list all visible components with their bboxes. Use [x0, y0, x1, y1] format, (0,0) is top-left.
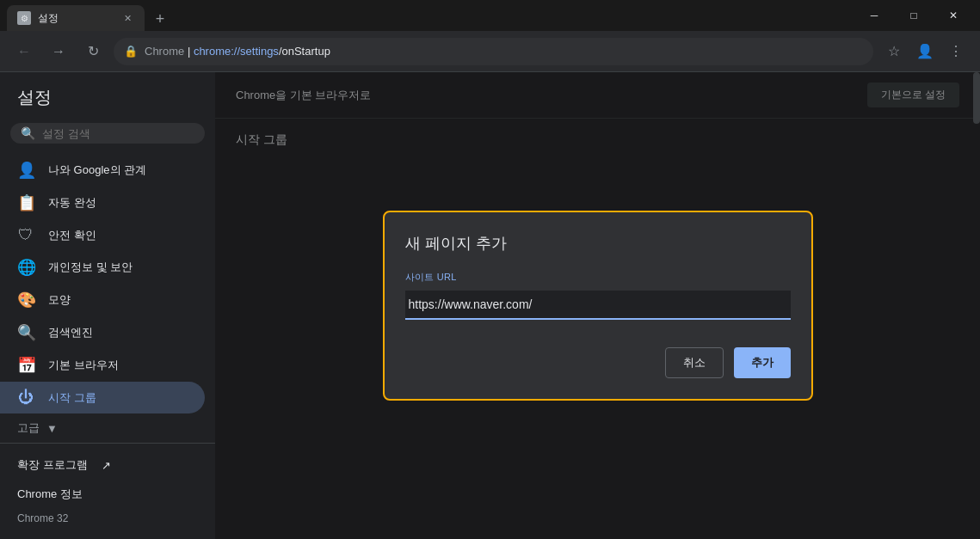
sidebar-item-appearance[interactable]: 🎨 모양 [0, 284, 205, 316]
bookmark-button[interactable]: ☆ [880, 38, 908, 65]
dialog-actions: 취소 추가 [405, 347, 791, 378]
sidebar-item-label-autofill: 자동 완성 [48, 195, 96, 211]
url-input[interactable] [405, 291, 791, 320]
extensions-label: 확장 프로그램 [17, 457, 88, 473]
search-icon: 🔍 [21, 126, 35, 140]
forward-button[interactable]: → [45, 38, 72, 65]
address-text: Chrome | chrome://settings/onStartup [145, 45, 863, 58]
security-icon: 🔒 [124, 45, 138, 58]
sidebar-item-privacy[interactable]: 🌐 개인정보 및 보안 [0, 251, 205, 284]
sidebar-item-chrome-info[interactable]: Chrome 정보 [0, 480, 215, 509]
sidebar-bottom: 확장 프로그램 ↗ Chrome 정보 Chrome 32 [0, 443, 215, 528]
sidebar-item-label-profile: 나와 Google의 관계 [48, 162, 146, 178]
advanced-arrow-icon: ▼ [46, 422, 58, 435]
content-area: 설정 🔍 👤 나와 Google의 관계 📋 자동 완성 🛡 안전 확인 🌐 개… [0, 72, 980, 539]
address-bar[interactable]: 🔒 Chrome | chrome://settings/onStartup [114, 38, 873, 65]
appearance-nav-icon: 🎨 [17, 291, 34, 309]
sidebar-item-label-privacy: 개인정보 및 보안 [48, 260, 133, 275]
tab-settings-icon: ⚙ [17, 11, 31, 25]
address-path: /onStartup [279, 45, 330, 58]
advanced-label: 고급 [17, 420, 40, 436]
refresh-button[interactable]: ↻ [79, 38, 107, 65]
chrome-info-label: Chrome 정보 [17, 487, 83, 502]
back-button[interactable]: ← [10, 38, 38, 65]
sidebar-item-browser[interactable]: 📅 기본 브라우저 [0, 349, 205, 382]
sidebar-item-label-appearance: 모양 [48, 292, 71, 308]
title-bar: ⚙ 설정 ✕ + ─ □ ✕ [0, 0, 980, 31]
new-tab-button[interactable]: + [148, 7, 172, 31]
sidebar-item-safety[interactable]: 🛡 안전 확인 [0, 219, 205, 251]
sidebar-item-extensions[interactable]: 확장 프로그램 ↗ [0, 450, 215, 480]
toolbar: ← → ↻ 🔒 Chrome | chrome://settings/onSta… [0, 31, 980, 72]
url-field-label: 사이트 URL [405, 271, 791, 284]
sidebar-item-label-search: 검색엔진 [48, 325, 93, 340]
privacy-nav-icon: 🌐 [17, 258, 34, 277]
address-scheme: chrome:// [194, 45, 240, 58]
autofill-nav-icon: 📋 [17, 193, 34, 212]
tab-strip: ⚙ 설정 ✕ + [7, 0, 854, 31]
chrome-version: Chrome 32 [0, 509, 215, 528]
profile-button[interactable]: 👤 [911, 38, 939, 65]
address-sep: | [188, 45, 194, 58]
window-controls: ─ □ ✕ [854, 0, 973, 31]
sidebar-title: 설정 [0, 86, 215, 123]
maximize-button[interactable]: □ [894, 0, 934, 31]
dialog-title: 새 페이지 추가 [405, 233, 791, 254]
address-chrome: Chrome [145, 45, 184, 58]
sidebar-item-label-safety: 안전 확인 [48, 228, 96, 243]
sidebar-item-label-browser: 기본 브라우저 [48, 358, 119, 373]
search-nav-icon: 🔍 [17, 323, 34, 342]
address-host: settings [240, 45, 279, 58]
close-button[interactable]: ✕ [934, 0, 973, 31]
sidebar-item-search[interactable]: 🔍 검색엔진 [0, 316, 205, 349]
add-button[interactable]: 추가 [734, 347, 791, 378]
minimize-button[interactable]: ─ [854, 0, 894, 31]
sidebar-item-label-startup: 시작 그룹 [48, 390, 96, 406]
sidebar: 설정 🔍 👤 나와 Google의 관계 📋 자동 완성 🛡 안전 확인 🌐 개… [0, 72, 215, 539]
sidebar-item-startup[interactable]: ⏻ 시작 그룹 [0, 382, 205, 413]
profile-nav-icon: 👤 [17, 161, 34, 180]
external-link-icon: ↗ [102, 459, 111, 472]
safety-nav-icon: 🛡 [17, 226, 34, 244]
cancel-button[interactable]: 취소 [665, 347, 724, 378]
search-box[interactable]: 🔍 [10, 123, 205, 144]
active-tab[interactable]: ⚙ 설정 ✕ [7, 5, 145, 31]
tab-title: 설정 [38, 11, 114, 26]
sidebar-item-autofill[interactable]: 📋 자동 완성 [0, 187, 205, 219]
search-input[interactable] [42, 127, 194, 140]
sidebar-section-advanced[interactable]: 고급 ▼ [0, 413, 215, 443]
menu-button[interactable]: ⋮ [942, 38, 970, 65]
tab-close-button[interactable]: ✕ [120, 11, 134, 25]
dialog-overlay: 새 페이지 추가 사이트 URL 취소 추가 [215, 72, 980, 539]
browser-nav-icon: 📅 [17, 356, 34, 375]
toolbar-right: ☆ 👤 ⋮ [880, 38, 970, 65]
sidebar-item-profile[interactable]: 👤 나와 Google의 관계 [0, 154, 205, 187]
main-content: Chrome을 기본 브라우저로 기본으로 설정 시작 그룹 새 페이지 추가 … [215, 72, 980, 539]
add-page-dialog: 새 페이지 추가 사이트 URL 취소 추가 [383, 211, 813, 401]
startup-nav-icon: ⏻ [17, 389, 34, 407]
